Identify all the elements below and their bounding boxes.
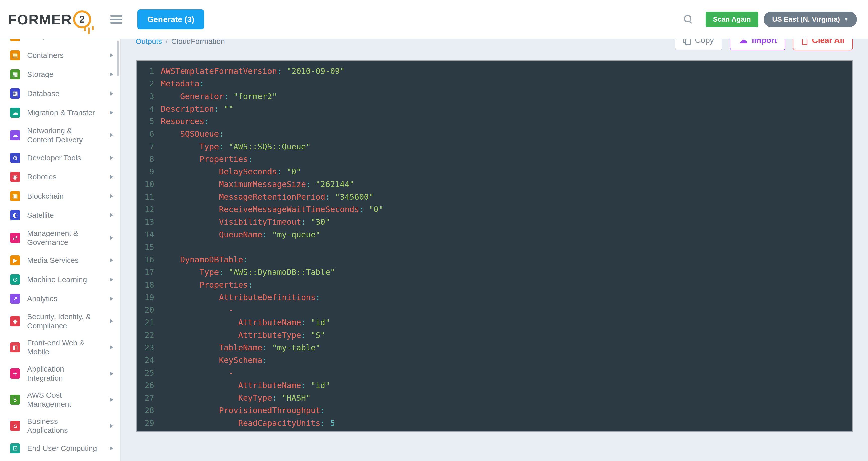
line-number: 5: [136, 115, 161, 128]
sidebar-item-media-services[interactable]: ▶Media Services: [0, 251, 120, 270]
service-category-icon: +: [10, 369, 20, 379]
sidebar-item-label: Satellite: [27, 211, 97, 220]
sidebar-item-robotics[interactable]: ◉Robotics: [0, 167, 120, 186]
line-number: 29: [136, 417, 161, 429]
service-category-icon: ☁: [10, 108, 20, 118]
chevron-right-icon: [110, 319, 113, 323]
sidebar-item-satellite[interactable]: ◐Satellite: [0, 206, 120, 225]
sidebar-item-security-identity-compliance[interactable]: ◆Security, Identity, & Compliance: [0, 308, 120, 334]
line-content: KeyType: "HASH": [161, 392, 852, 404]
sidebar-item-compute[interactable]: ▥Compute: [0, 39, 120, 46]
line-number: 16: [136, 253, 161, 266]
code-line: 24 KeySchema:: [136, 354, 852, 367]
chevron-right-icon: [110, 91, 113, 95]
code-line: 16 DynamoDBTable:: [136, 253, 852, 266]
top-navbar: FORMER 2 Generate (3) Scan Again US East…: [0, 0, 868, 39]
chevron-right-icon: [110, 372, 113, 376]
sidebar-item-containers[interactable]: ▤Containers: [0, 46, 120, 65]
code-line: 19 AttributeDefinitions:: [136, 291, 852, 304]
region-selector[interactable]: US East (N. Virginia) ▼: [764, 11, 857, 27]
code-line: 28 ProvisionedThroughput:: [136, 404, 852, 417]
code-line: 29 ReadCapacityUnits: 5: [136, 417, 852, 429]
code-line: 12 ReceiveMessageWaitTimeSeconds: "0": [136, 203, 852, 216]
sidebar-item-label: Business Applications: [27, 417, 97, 435]
sidebar-item-label: Application Integration: [27, 365, 97, 382]
line-content: [161, 241, 852, 253]
service-category-icon: ◆: [10, 316, 20, 326]
line-number: 2: [136, 78, 161, 90]
service-category-icon: $: [10, 395, 20, 405]
sidebar-item-migration-transfer[interactable]: ☁Migration & Transfer: [0, 103, 120, 122]
sidebar-item-front-end-web-mobile[interactable]: ◧Front-end Web & Mobile: [0, 334, 120, 361]
sidebar-item-database[interactable]: ▩Database: [0, 84, 120, 103]
sidebar-item-blockchain[interactable]: ▣Blockchain: [0, 186, 120, 206]
service-category-icon: ▤: [10, 50, 20, 60]
line-content: SQSQueue:: [161, 128, 852, 140]
service-category-icon: ▥: [10, 39, 20, 41]
sidebar-item-end-user-computing[interactable]: ⊡End User Computing: [0, 439, 120, 458]
service-category-icon: ⚙: [10, 153, 20, 163]
service-category-icon: ▩: [10, 88, 20, 98]
line-number: 25: [136, 367, 161, 379]
line-content: KeySchema:: [161, 354, 852, 367]
sidebar-list: ▥Compute▤Containers▦Storage▩Database☁Mig…: [0, 39, 120, 458]
line-number: 27: [136, 392, 161, 404]
chevron-right-icon: [110, 111, 113, 115]
sidebar-item-networking-content-delivery[interactable]: ☁Networking & Content Delivery: [0, 122, 120, 148]
line-content: Properties:: [161, 153, 852, 165]
service-category-icon: ⊡: [10, 443, 20, 454]
line-content: ReadCapacityUnits: 5: [161, 417, 852, 429]
former2-logo[interactable]: FORMER 2: [8, 10, 92, 28]
sidebar-item-management-governance[interactable]: ⇄Management & Governance: [0, 225, 120, 251]
line-number: 19: [136, 291, 161, 304]
line-content: Type: "AWS::DynamoDB::Table": [161, 266, 852, 279]
cloudformation-code-editor[interactable]: 1AWSTemplateFormatVersion: "2010-09-09"2…: [135, 60, 853, 432]
sidebar-item-aws-cost-management[interactable]: $AWS Cost Management: [0, 386, 120, 413]
code-line: 3 Generator: "former2": [136, 90, 852, 103]
code-line: 5Resources:: [136, 115, 852, 128]
line-number: 4: [136, 103, 161, 115]
code-line: 1AWSTemplateFormatVersion: "2010-09-09": [136, 65, 852, 78]
sidebar-toggle-icon[interactable]: [110, 13, 122, 26]
line-number: 23: [136, 341, 161, 354]
line-content: Generator: "former2": [161, 90, 852, 103]
sidebar-item-label: Networking & Content Delivery: [27, 126, 97, 144]
chevron-right-icon: [110, 345, 113, 349]
generate-button[interactable]: Generate (3): [137, 9, 205, 29]
line-content: ReceiveMessageWaitTimeSeconds: "0": [161, 203, 852, 216]
chevron-right-icon: [110, 297, 113, 300]
line-content: DynamoDBTable:: [161, 253, 852, 266]
sidebar-item-label: Migration & Transfer: [27, 108, 97, 117]
sidebar-item-developer-tools[interactable]: ⚙Developer Tools: [0, 148, 120, 167]
scan-again-button[interactable]: Scan Again: [706, 11, 758, 27]
search-icon[interactable]: [683, 14, 693, 24]
code-line: 13 VisibilityTimeout: "30": [136, 216, 852, 228]
line-number: 8: [136, 153, 161, 165]
service-category-icon: ▦: [10, 69, 20, 80]
sidebar-item-application-integration[interactable]: +Application Integration: [0, 361, 120, 386]
line-number: 24: [136, 354, 161, 367]
services-sidebar: ▥Compute▤Containers▦Storage▩Database☁Mig…: [0, 39, 121, 461]
line-number: 26: [136, 379, 161, 392]
sidebar-item-machine-learning[interactable]: ⊙Machine Learning: [0, 270, 120, 289]
sidebar-item-storage[interactable]: ▦Storage: [0, 65, 120, 84]
line-content: TableName: "my-table": [161, 341, 852, 354]
line-number: 22: [136, 329, 161, 341]
code-lines: 1AWSTemplateFormatVersion: "2010-09-09"2…: [136, 61, 852, 432]
sidebar-item-business-applications[interactable]: ⌂Business Applications: [0, 413, 120, 439]
service-category-icon: ⌂: [10, 421, 20, 431]
sidebar-scrollbar[interactable]: [117, 41, 119, 77]
sidebar-item-label: AWS Cost Management: [27, 391, 97, 409]
line-number: 21: [136, 316, 161, 329]
chevron-right-icon: [110, 398, 113, 402]
chevron-right-icon: [110, 446, 113, 451]
sidebar-item-analytics[interactable]: ↗Analytics: [0, 289, 120, 308]
code-line: 9 DelaySeconds: "0": [136, 165, 852, 178]
code-line: 26 AttributeName: "id": [136, 379, 852, 392]
line-content: Properties:: [161, 279, 852, 291]
line-number: 7: [136, 140, 161, 153]
code-line: 17 Type: "AWS::DynamoDB::Table": [136, 266, 852, 279]
sidebar-item-label: Database: [27, 89, 97, 98]
service-category-icon: ▶: [10, 255, 20, 265]
chevron-right-icon: [110, 175, 113, 179]
